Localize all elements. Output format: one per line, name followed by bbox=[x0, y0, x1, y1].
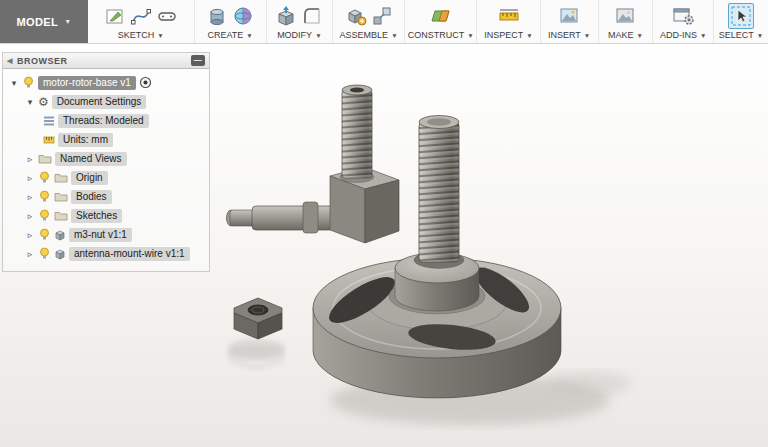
slot-icon[interactable] bbox=[156, 5, 178, 27]
insert-image-icon[interactable] bbox=[558, 5, 580, 27]
tree-row-origin[interactable]: ▹ Origin bbox=[3, 168, 209, 187]
gear-icon: ⚙ bbox=[38, 96, 49, 108]
toolbar-label-insert[interactable]: INSERT ▼ bbox=[548, 30, 590, 40]
assemble-icons bbox=[345, 3, 393, 29]
chevron-down-icon: ▼ bbox=[391, 32, 397, 39]
construct-icons bbox=[429, 3, 453, 29]
toolbar-group-addins[interactable]: ADD-INS ▼ bbox=[653, 0, 714, 43]
tree-item-label[interactable]: Units: mm bbox=[58, 133, 113, 147]
extrude-icon[interactable] bbox=[206, 5, 228, 27]
make-3dprint-icon[interactable] bbox=[614, 5, 636, 27]
browser-header: ◀ BROWSER — bbox=[3, 53, 209, 69]
construction-plane-icon[interactable] bbox=[429, 5, 453, 27]
toolbar-label-select[interactable]: SELECT ▼ bbox=[719, 30, 763, 40]
tree-item-label[interactable]: Named Views bbox=[55, 152, 127, 166]
tree-item-label[interactable]: Document Settings bbox=[52, 95, 147, 109]
tree-row-m3-nut[interactable]: ▹ m3-nut v1:1 bbox=[3, 225, 209, 244]
tree-row-named-views[interactable]: ▹ Named Views bbox=[3, 149, 209, 168]
tree-item-label[interactable]: antenna-mount-wire v1:1 bbox=[69, 247, 190, 261]
tree-item-label[interactable]: Sketches bbox=[71, 209, 122, 223]
toolbar-group-assemble[interactable]: ASSEMBLE ▼ bbox=[333, 0, 405, 43]
motor-rotor-base-model[interactable] bbox=[313, 253, 561, 398]
joint-icon[interactable] bbox=[371, 5, 393, 27]
antenna-mount-wire-model[interactable] bbox=[227, 85, 400, 243]
tree-item-label[interactable]: m3-nut v1:1 bbox=[69, 228, 132, 242]
threaded-shaft-model[interactable] bbox=[414, 116, 464, 269]
tree-row-antenna-mount-wire[interactable]: ▹ antenna-mount-wire v1:1 bbox=[3, 244, 209, 263]
m3-nut-model[interactable] bbox=[234, 298, 282, 339]
modify-icons bbox=[275, 3, 323, 29]
tree-row-document-settings[interactable]: ▾ ⚙ Document Settings bbox=[3, 92, 209, 111]
tree-row-motor-rotor-base[interactable]: ▾ motor-rotor-base v1 bbox=[3, 73, 209, 92]
chevron-down-icon: ▼ bbox=[467, 32, 473, 39]
chevron-down-icon: ▼ bbox=[584, 32, 590, 39]
folder-icon bbox=[54, 172, 68, 183]
toolbar-group-insert[interactable]: INSERT ▼ bbox=[541, 0, 599, 43]
tree-item-label[interactable]: Bodies bbox=[71, 190, 112, 204]
browser-title: BROWSER bbox=[17, 56, 68, 66]
toolbar-group-construct[interactable]: CONSTRUCT ▼ bbox=[405, 0, 477, 43]
make-icons bbox=[614, 3, 636, 29]
press-pull-icon[interactable] bbox=[275, 5, 297, 27]
expand-arrow-icon[interactable]: ▾ bbox=[25, 97, 35, 107]
toolbar-label-assemble[interactable]: ASSEMBLE ▼ bbox=[340, 30, 398, 40]
tree-row-units[interactable]: Units: mm bbox=[3, 130, 209, 149]
lightbulb-icon[interactable] bbox=[38, 171, 51, 184]
toolbar-group-modify[interactable]: MODIFY ▼ bbox=[267, 0, 333, 43]
expand-arrow-icon[interactable]: ▹ bbox=[25, 154, 35, 164]
scripts-addins-icon[interactable] bbox=[671, 5, 695, 27]
toolbar-group-inspect[interactable]: INSPECT ▼ bbox=[477, 0, 541, 43]
expand-arrow-icon[interactable]: ▹ bbox=[25, 192, 35, 202]
spline-icon[interactable] bbox=[130, 5, 152, 27]
toolbar-label-make[interactable]: MAKE ▼ bbox=[608, 30, 643, 40]
lightbulb-icon[interactable] bbox=[38, 190, 51, 203]
mount-threaded-rod bbox=[340, 85, 374, 183]
folder-icon bbox=[54, 210, 68, 221]
select-cursor-icon[interactable] bbox=[728, 3, 754, 29]
chevron-down-icon: ▼ bbox=[637, 32, 643, 39]
create-icons bbox=[206, 3, 254, 29]
toolbar-label-create[interactable]: CREATE ▼ bbox=[207, 30, 252, 40]
toolbar-label-addins[interactable]: ADD-INS ▼ bbox=[660, 30, 706, 40]
tree-row-threads[interactable]: Threads: Modeled bbox=[3, 111, 209, 130]
chevron-down-icon: ▼ bbox=[757, 32, 763, 39]
expand-arrow-icon[interactable]: ▹ bbox=[25, 173, 35, 183]
lightbulb-icon[interactable] bbox=[22, 76, 35, 89]
tree-item-label[interactable]: motor-rotor-base v1 bbox=[38, 76, 136, 90]
tree-item-label[interactable]: Threads: Modeled bbox=[58, 114, 149, 128]
expand-arrow-icon[interactable]: ▹ bbox=[25, 249, 35, 259]
collapse-panel-icon[interactable]: ◀ bbox=[7, 57, 13, 65]
chevron-down-icon: ▼ bbox=[246, 32, 252, 39]
addins-icons bbox=[671, 3, 695, 29]
toolbar-label-modify[interactable]: MODIFY ▼ bbox=[277, 30, 321, 40]
create-sketch-icon[interactable] bbox=[104, 5, 126, 27]
toolbar-label-construct[interactable]: CONSTRUCT ▼ bbox=[408, 30, 474, 40]
toolbar-label-sketch[interactable]: SKETCH ▼ bbox=[118, 30, 164, 40]
toolbar-label-inspect[interactable]: INSPECT ▼ bbox=[484, 30, 532, 40]
tree-item-label[interactable]: Origin bbox=[71, 171, 108, 185]
tree-row-bodies[interactable]: ▹ Bodies bbox=[3, 187, 209, 206]
new-component-icon[interactable] bbox=[345, 5, 367, 27]
chevron-down-icon: ▼ bbox=[64, 18, 71, 25]
toolbar-group-create[interactable]: CREATE ▼ bbox=[195, 0, 267, 43]
toolbar-group-select[interactable]: SELECT ▼ bbox=[714, 0, 768, 43]
workspace-dropdown[interactable]: MODEL ▼ bbox=[0, 0, 88, 43]
toolbar-group-sketch[interactable]: SKETCH ▼ bbox=[88, 0, 195, 43]
panel-toggle-button[interactable]: — bbox=[191, 55, 205, 66]
lightbulb-icon[interactable] bbox=[38, 228, 51, 241]
lightbulb-icon[interactable] bbox=[38, 247, 51, 260]
top-toolbar: MODEL ▼ SKETCH ▼ CREATE ▼ MODIFY bbox=[0, 0, 768, 44]
insert-icons bbox=[558, 3, 580, 29]
form-sphere-icon[interactable] bbox=[232, 5, 254, 27]
measure-icon[interactable] bbox=[497, 5, 521, 27]
chevron-down-icon: ▼ bbox=[700, 32, 706, 39]
toolbar-group-make[interactable]: MAKE ▼ bbox=[599, 0, 654, 43]
activate-component-radio-icon[interactable] bbox=[139, 76, 152, 89]
expand-arrow-icon[interactable]: ▾ bbox=[9, 78, 19, 88]
expand-arrow-icon[interactable]: ▹ bbox=[25, 211, 35, 221]
chevron-down-icon: ▼ bbox=[157, 32, 163, 39]
expand-arrow-icon[interactable]: ▹ bbox=[25, 230, 35, 240]
tree-row-sketches[interactable]: ▹ Sketches bbox=[3, 206, 209, 225]
fillet-icon[interactable] bbox=[301, 5, 323, 27]
lightbulb-icon[interactable] bbox=[38, 209, 51, 222]
